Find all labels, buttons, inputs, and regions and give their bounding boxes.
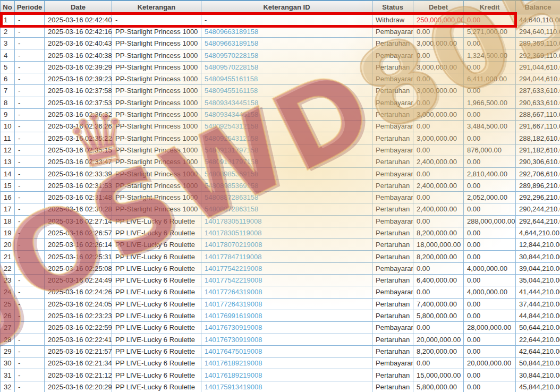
keterangan-id-link[interactable]: 140177542219008 [205,265,262,272]
cell-balance: 287,633,610.00 [516,85,560,97]
cell-balance: 41,444,210.00 [516,286,560,298]
cell-status: Pembayaran [372,25,413,37]
cell-kredit: 288,000,000.00 [464,215,516,227]
keterangan-id-link[interactable]: 140176730919008 [205,336,262,344]
cell-periode: - [15,203,45,215]
keterangan-id-link[interactable]: 140178305119008 [205,217,262,225]
cell-keterangan_id: 140178305119008 [201,227,372,238]
keterangan-id-link[interactable]: 140176189219008 [205,359,262,367]
cell-periode: - [15,49,45,61]
keterangan-id-link[interactable]: 54809131797158 [205,158,258,166]
cell-balance: 4,644,210.00 [516,227,560,238]
keterangan-id-link[interactable]: 54809570228158 [205,63,258,71]
cell-date: 2025-03-16 02:39:23 [45,73,112,84]
keterangan-id-link[interactable]: 54809254312158 [205,134,258,142]
keterangan-id-link[interactable]: 140177542219008 [205,276,262,284]
cell-status: Pertaruhan [372,61,413,73]
cell-no: 22 [1,262,15,274]
cell-no: 25 [1,298,15,310]
cell-status: Pertaruhan [372,381,413,392]
cell-periode: - [15,97,45,108]
cell-keterangan: PP-Starlight Princess 1000 [112,132,201,144]
keterangan-id-link[interactable]: 54809455161158 [205,87,258,95]
keterangan-id-link[interactable]: 140177264319008 [205,288,262,296]
keterangan-id-link[interactable]: 140177847119008 [205,253,262,261]
cell-kredit: 20,000,000.00 [464,357,516,369]
cell-date: 2025-03-16 02:24:05 [45,298,112,310]
cell-date: 2025-03-16 02:37:53 [45,97,112,108]
keterangan-id-link[interactable]: 54808985369158 [205,170,258,178]
cell-kredit: 1,324,500.00 [464,49,516,61]
cell-date: 2025-03-16 02:31:53 [45,180,112,191]
cell-status: Pertaruhan [372,334,413,345]
cell-no: 29 [1,345,15,357]
cell-keterangan_id: 54808872863158 [201,191,372,203]
cell-status: Pertaruhan [372,369,413,381]
keterangan-id-link[interactable]: 140176991619008 [205,312,262,320]
column-header-debet: Debet [413,1,464,14]
cell-keterangan: PP LIVE-Lucky 6 Roulette [112,275,201,286]
cell-debet: 8,200,000.00 [413,345,464,357]
cell-date: 2025-03-16 02:23:23 [45,310,112,321]
keterangan-id-link[interactable]: 54808872863158 [205,205,258,213]
cell-date: 2025-03-16 02:24:49 [45,275,112,286]
keterangan-id-link[interactable]: 54809570228158 [205,52,258,59]
cell-periode: - [15,251,45,262]
keterangan-id-link[interactable]: 54809455161158 [205,75,258,83]
cell-keterangan_id: 54809343445158 [201,108,372,120]
cell-periode: - [15,108,45,120]
cell-keterangan: PP-Starlight Princess 1000 [112,38,201,49]
keterangan-id-link[interactable]: 54809343445158 [205,99,258,107]
table-row: 11-2025-03-16 02:35:22PP-Starlight Princ… [1,132,560,144]
cell-periode: - [15,345,45,357]
cell-kredit: 0.00 [464,156,516,168]
keterangan-id-link[interactable]: 140177264319008 [205,300,262,308]
keterangan-id-link[interactable]: 54809131797158 [205,146,258,154]
table-row: 25-2025-03-16 02:24:05PP LIVE-Lucky 6 Ro… [1,298,560,310]
cell-periode: - [15,156,45,168]
cell-debet: 15,000,000.00 [413,369,464,381]
table-body: 1-2025-03-16 02:42:40--Withdraw250,000,0… [1,14,560,392]
cell-periode: - [15,85,45,97]
cell-no: 28 [1,334,15,345]
cell-date: 2025-03-16 02:26:14 [45,239,112,251]
cell-periode: - [15,227,45,238]
keterangan-id-link[interactable]: 54809663189158 [205,28,258,36]
cell-balance: 50,844,210.00 [516,357,560,369]
table-row: 22-2025-03-16 02:25:08PP LIVE-Lucky 6 Ro… [1,262,560,274]
keterangan-id-link[interactable]: 54809254312158 [205,122,258,130]
cell-debet: 0.00 [413,121,464,132]
cell-date: 2025-03-16 02:36:26 [45,121,112,132]
cell-debet: 8,200,000.00 [413,227,464,238]
cell-keterangan: PP-Starlight Princess 1000 [112,49,201,61]
cell-balance: 290,633,610.00 [516,97,560,108]
cell-kredit: 2,052,000.00 [464,191,516,203]
table-row: 29-2025-03-16 02:21:57PP LIVE-Lucky 6 Ro… [1,345,560,357]
cell-status: Pembayaran [372,322,413,334]
table-row: 12-2025-03-16 02:35:15PP-Starlight Princ… [1,144,560,156]
keterangan-id-link[interactable]: 140176730919008 [205,323,262,331]
cell-balance: 45,844,210.00 [516,381,560,392]
keterangan-id-link[interactable]: 54809343445158 [205,110,258,118]
cell-periode: - [15,381,45,392]
keterangan-id-link[interactable]: 140178070219008 [205,241,262,249]
cell-balance: 30,844,210.00 [516,369,560,381]
cell-keterangan_id: 54808985369158 [201,168,372,180]
cell-keterangan_id: 140177847119008 [201,251,372,262]
table-row: 19-2025-03-16 02:26:57PP LIVE-Lucky 6 Ro… [1,227,560,238]
cell-keterangan_id: 140176475019008 [201,345,372,357]
cell-debet: 0.00 [413,144,464,156]
transactions-table: NoPeriodeDateKeteranganKeterangan IDStat… [0,0,560,392]
keterangan-id-link[interactable]: 54808872863158 [205,193,258,201]
keterangan-id-link[interactable]: 54808985369158 [205,182,258,190]
cell-periode: - [15,215,45,227]
keterangan-id-link[interactable]: 140178305119008 [205,229,262,237]
table-row: 30-2025-03-16 02:21:34PP LIVE-Lucky 6 Ro… [1,357,560,369]
cell-status: Pembayaran [372,49,413,61]
keterangan-id-link[interactable]: 140175913419008 [205,383,262,391]
keterangan-id-link[interactable]: 140176189219008 [205,371,262,379]
keterangan-id-link[interactable]: 140176475019008 [205,347,262,355]
keterangan-id-link[interactable]: 54809663189158 [205,39,258,47]
cell-debet: 2,400,000.00 [413,203,464,215]
table-row: 15-2025-03-16 02:31:53PP-Starlight Princ… [1,180,560,191]
